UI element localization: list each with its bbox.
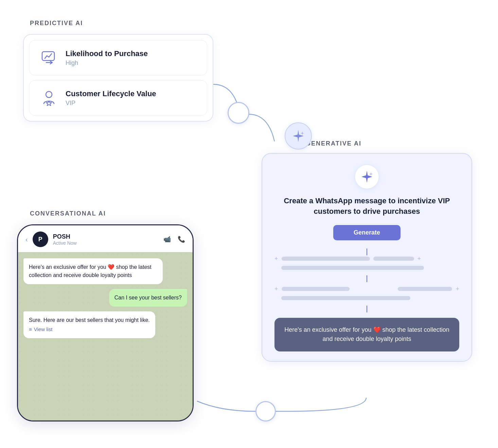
clv-title: Customer Lifecycle Value	[66, 89, 156, 98]
generative-panel: Create a WhatsApp message to incentivize…	[262, 153, 472, 362]
contact-name: POSH	[53, 233, 159, 240]
predictive-label: PREDICTIVE AI	[30, 20, 83, 27]
chat-text-1: Here's an exclusive offer for you ❤️ sho…	[29, 264, 152, 278]
chat-bubble-1: Here's an exclusive offer for you ❤️ sho…	[23, 258, 163, 284]
skeleton-row-4	[274, 296, 459, 300]
skel-bar-2	[373, 257, 414, 261]
connector-node-bottom	[255, 401, 276, 421]
generative-label: GENERATIVE AI	[306, 140, 361, 147]
skel-bar-4	[282, 287, 350, 291]
svg-rect-0	[42, 52, 54, 61]
svg-point-1	[46, 91, 52, 98]
connector-node-top	[228, 102, 249, 124]
chat-bubble-3: Sure. Here are our best sellers that you…	[23, 311, 155, 338]
video-icon[interactable]: 📹	[163, 236, 171, 243]
skeleton-loading: + + + +	[274, 255, 459, 312]
gen-prompt: Create a WhatsApp message to incentivize…	[274, 196, 459, 217]
sparkle-node	[285, 122, 312, 150]
clv-icon	[39, 88, 59, 108]
metric-card-clv: Customer Lifecycle Value VIP	[29, 80, 207, 116]
gen-skeleton-connector-top	[367, 248, 367, 255]
skeleton-row-3: + +	[274, 286, 459, 293]
plus-3: +	[274, 286, 278, 293]
chat-bubble-2: Can I see your best sellers?	[109, 289, 187, 307]
clv-text: Customer Lifecycle Value VIP	[66, 89, 156, 107]
clv-value: VIP	[66, 100, 156, 107]
skel-bar-1	[282, 257, 370, 261]
likelihood-text: Likelihood to Purchase High	[66, 49, 148, 67]
metric-card-likelihood: Likelihood to Purchase High	[29, 40, 207, 75]
gen-output-card: Here's an exclusive offer for you ❤️ sho…	[274, 318, 459, 352]
phone-actions: 📹 📞	[163, 236, 185, 243]
avatar: P	[33, 231, 48, 247]
skel-bar-5	[398, 287, 452, 291]
skeleton-row-1: + +	[274, 255, 459, 262]
back-icon[interactable]: ‹	[25, 236, 28, 243]
likelihood-value: High	[66, 59, 148, 67]
scene: PREDICTIVE AI Likelihood to Purchase Hig…	[0, 0, 498, 448]
list-icon: ≡	[29, 326, 32, 333]
skel-bar-3	[281, 266, 424, 270]
gen-skeleton-connector-bot	[367, 306, 367, 312]
plus-4: +	[456, 286, 459, 293]
predictive-panel: Likelihood to Purchase High Customer Lif…	[23, 34, 213, 122]
phone-frame: ‹ P POSH Active Now 📹 📞 Here's an exclus…	[17, 224, 194, 421]
chat-text-3: Sure. Here are our best sellers that you…	[29, 317, 150, 323]
view-list-link[interactable]: ≡ View list	[29, 324, 150, 333]
likelihood-title: Likelihood to Purchase	[66, 49, 148, 58]
skel-bar-6	[281, 296, 410, 300]
plus-1: +	[274, 255, 278, 262]
phone-header: ‹ P POSH Active Now 📹 📞	[18, 225, 193, 252]
chat-text-2: Can I see your best sellers?	[114, 295, 182, 300]
plus-2: +	[417, 255, 421, 262]
generate-button[interactable]: Generate	[333, 225, 401, 240]
skeleton-row-2	[274, 266, 459, 270]
likelihood-icon	[39, 48, 59, 68]
contact-status: Active Now	[53, 240, 159, 246]
gen-sparkle-icon	[355, 165, 379, 189]
gen-skeleton-connector-mid	[367, 275, 367, 282]
view-list-label: View list	[34, 326, 53, 333]
chat-body: Here's an exclusive offer for you ❤️ sho…	[18, 252, 193, 420]
contact-info: POSH Active Now	[53, 233, 159, 246]
phone-icon[interactable]: 📞	[178, 236, 185, 243]
conversational-label: CONVERSATIONAL AI	[30, 210, 106, 217]
